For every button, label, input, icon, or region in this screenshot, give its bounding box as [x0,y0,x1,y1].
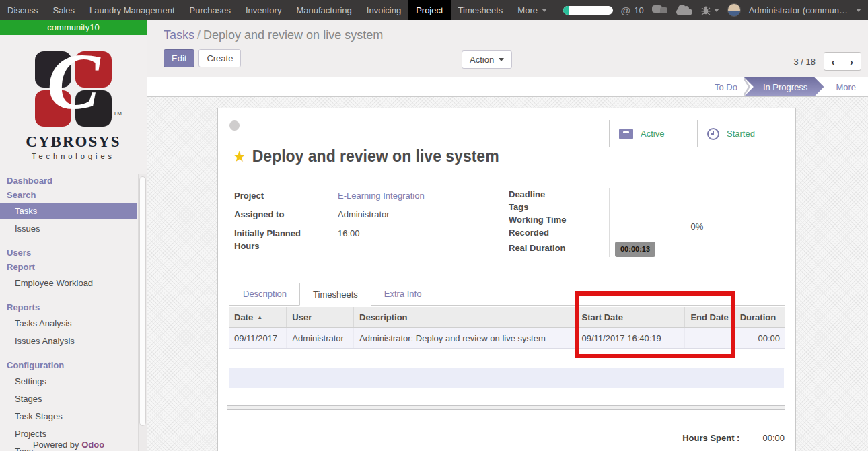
field-assigned-to: Assigned to Administrator [234,208,494,227]
edit-button[interactable]: Edit [164,49,194,67]
column-header-start-date[interactable]: Start Date [576,307,685,328]
cell-end-date [685,328,734,349]
timer-widget[interactable] [563,6,613,15]
logo-company-name: CYBROSYS [0,133,147,151]
started-label: Started [727,129,755,139]
breadcrumb-tasks-link[interactable]: Tasks [164,28,194,42]
cell-start-date: 09/11/2017 16:40:19 [576,328,685,349]
column-header-end-date[interactable]: End Date [685,307,734,328]
column-header-date[interactable]: Date▲ [229,307,287,328]
menu-purchases[interactable]: Purchases [182,0,238,20]
column-header-user[interactable]: User [287,307,354,328]
project-label: Project [234,189,328,208]
sidebar-item-reports[interactable]: Reports [0,300,137,314]
menu-more-label: More [517,5,538,15]
next-record-button[interactable]: › [842,53,861,70]
sidebar-item-employee-workload[interactable]: Employee Workload [0,275,137,291]
real-duration-label: Real Duration [509,239,610,257]
stage-more[interactable]: More [824,77,868,96]
hours-spent-value: 00:00 [762,433,785,443]
timesheets-table: Date▲ User Description Start Date End Da… [229,307,785,349]
menu-more[interactable]: More [510,0,554,20]
sidebar-item-configuration[interactable]: Configuration [0,358,137,372]
column-header-description[interactable]: Description [354,307,576,328]
breadcrumb-current: Deploy and review on live system [203,28,383,42]
user-menu-label[interactable]: Administrator (commun… [749,5,848,15]
menu-inventory[interactable]: Inventory [238,0,289,20]
deadline-value [610,188,779,201]
tab-timesheets[interactable]: Timesheets [299,283,371,306]
field-planned-hours: Initially Planned Hours 16:00 [234,227,494,258]
menu-sales[interactable]: Sales [46,0,83,20]
action-dropdown-button[interactable]: Action [462,50,512,69]
started-stat-button[interactable]: Started [697,120,785,147]
logo-company-subtitle: Technologies [0,152,147,160]
planned-hours-value: 16:00 [328,227,494,258]
active-stat-button[interactable]: Active [610,120,697,147]
sidebar-scrollbar[interactable] [138,174,147,451]
sidebar-item-stages[interactable]: Stages [0,390,137,407]
button-row: Edit Create [164,49,868,67]
menu-project[interactable]: Project [408,0,450,20]
action-label: Action [470,55,494,65]
working-time-recorded-label: Working Time Recorded [509,213,610,239]
chat-bubble-small [660,7,667,13]
stage-in-progress[interactable]: In Progress [744,77,824,96]
breadcrumb: Tasks/Deploy and review on live system [164,28,868,42]
tags-label: Tags [509,201,610,213]
field-deadline: Deadline [509,188,779,201]
hours-spent-label: Hours Spent : [682,433,739,443]
sidebar-item-dashboard[interactable]: Dashboard [0,174,137,188]
sidebar-item-issues[interactable]: Issues [0,220,137,237]
odoo-brand-link[interactable]: Odoo [81,440,104,450]
field-tags: Tags [509,201,779,213]
menu-manufacturing[interactable]: Manufacturing [289,0,359,20]
avatar[interactable] [727,3,741,17]
kanban-state-dot[interactable] [229,120,240,131]
menu-invoicing[interactable]: Invoicing [359,0,408,20]
pager-counter: 3 / 18 [793,57,816,67]
chevron-right-icon: › [850,57,853,67]
sidebar-item-users[interactable]: Users [0,246,137,260]
table-row[interactable]: 09/11/2017 Administrator Administrator: … [229,328,785,349]
sidebar-item-tasks-analysis[interactable]: Tasks Analysis [0,315,137,332]
task-title: Deploy and review on live system [252,147,499,166]
chevron-down-icon [856,9,861,12]
real-duration-badge: 00:00:13 [615,242,655,257]
horizontal-scrollbar[interactable] [227,405,785,410]
create-button[interactable]: Create [198,49,241,67]
menu-laundry-management[interactable]: Laundry Management [82,0,182,20]
sidebar-item-report[interactable]: Report [0,260,137,274]
chevron-down-icon [542,9,547,12]
sidebar-item-tasks[interactable]: Tasks [0,203,137,219]
sidebar-item-search[interactable]: Search [0,188,137,202]
cloud-icon[interactable] [676,9,692,15]
at-icon: @ [621,5,631,16]
project-value-link[interactable]: E-Learning Integration [328,189,494,208]
stat-buttons: Active Started [609,120,785,147]
field-group-left: Project E-Learning Integration Assigned … [234,189,494,258]
powered-by-text: Powered by [33,440,79,450]
hours-spent-footer: Hours Spent : 00:00 [682,433,785,443]
previous-record-button[interactable]: ‹ [824,53,842,70]
tab-description[interactable]: Description [230,283,299,305]
menu-timesheets[interactable]: Timesheets [451,0,511,20]
sidebar-scrollbar-thumb[interactable] [139,176,146,426]
sidebar-item-issues-analysis[interactable]: Issues Analysis [0,333,137,349]
mailbox-counter[interactable]: @ 10 [621,5,644,16]
sidebar-item-task-stages[interactable]: Task Stages [0,408,137,425]
powered-by: Powered by Odoo [0,440,137,450]
pager: 3 / 18 ‹ › [793,52,861,71]
favorite-star-icon[interactable]: ★ [233,149,246,164]
tab-extra-info[interactable]: Extra Info [371,283,435,305]
control-panel: Tasks/Deploy and review on live system E… [147,20,868,77]
debug-menu[interactable] [700,5,719,15]
clock-icon [707,128,719,140]
chevron-left-icon: ‹ [832,57,835,67]
menu-discuss[interactable]: Discuss [0,0,46,20]
sidebar-item-settings[interactable]: Settings [0,373,137,390]
logo-square-red [35,90,71,127]
column-header-duration[interactable]: Duration [734,307,785,328]
table-header-row: Date▲ User Description Start Date End Da… [229,307,785,328]
chat-icon[interactable] [652,5,668,15]
